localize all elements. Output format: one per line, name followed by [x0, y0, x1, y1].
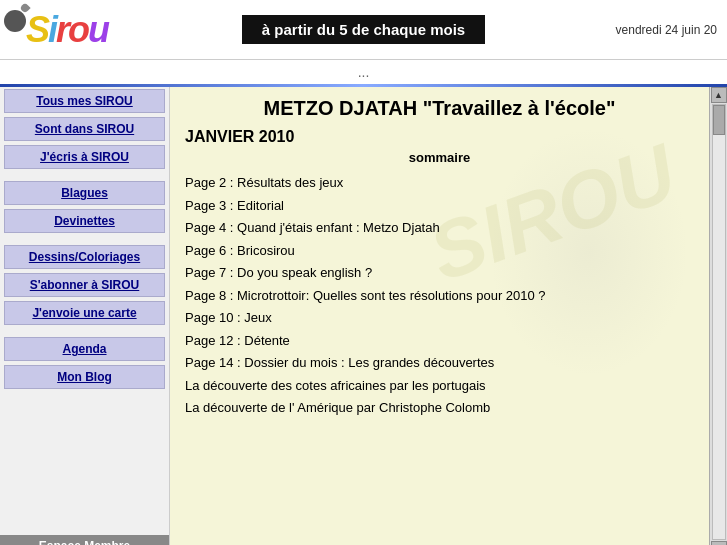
nav-spacer-1: [0, 171, 169, 179]
sidebar-item-agenda[interactable]: Agenda: [4, 337, 165, 361]
list-item: Page 14 : Dossier du mois : Les grandes …: [185, 353, 690, 373]
sidebar-item-jenvoie-une-carte[interactable]: J'envoie une carte: [4, 301, 165, 325]
announcement-bar: à partir du 5 de chaque mois: [180, 15, 547, 44]
content-subtitle: JANVIER 2010: [185, 128, 694, 146]
content-area: SIROU METZO DJATAH "Travaillez à l'école…: [170, 87, 709, 545]
sidebar-item-jecris-a-sirou[interactable]: J'écris à SIROU: [4, 145, 165, 169]
sidebar-item-sont-dans-sirou[interactable]: Sont dans SIROU: [4, 117, 165, 141]
site-logo[interactable]: Sirou: [8, 9, 108, 51]
content-inner: METZO DJATAH "Travaillez à l'école" JANV…: [170, 87, 709, 545]
sidebar-item-tous-mes-sirou[interactable]: Tous mes SIROU: [4, 89, 165, 113]
sidebar-item-blagues[interactable]: Blagues: [4, 181, 165, 205]
list-item: La découverte des cotes africaines par l…: [185, 376, 690, 396]
right-scrollbar: ▲ ▼: [709, 87, 727, 545]
date-display: vendredi 24 juin 20: [547, 23, 727, 37]
list-item: Page 10 : Jeux: [185, 308, 690, 328]
content-scroll-area[interactable]: Page 2 : Résultats des jeux Page 3 : Edi…: [185, 173, 694, 513]
sidebar-item-sabonner-sirou[interactable]: S'abonner à SIROU: [4, 273, 165, 297]
sidebar: Tous mes SIROU Sont dans SIROU J'écris à…: [0, 87, 170, 545]
scroll-down-button[interactable]: ▼: [711, 541, 727, 545]
sidebar-item-dessins-coloriages[interactable]: Dessins/Coloriages: [4, 245, 165, 269]
sidebar-item-mon-blog[interactable]: Mon Blog: [4, 365, 165, 389]
logo-area: Sirou: [0, 9, 180, 51]
list-item: Page 6 : Bricosirou: [185, 241, 690, 261]
announcement-text: à partir du 5 de chaque mois: [242, 15, 485, 44]
content-title: METZO DJATAH "Travaillez à l'école": [185, 97, 694, 120]
espace-membre-label[interactable]: Espace Membre: [0, 535, 169, 545]
list-item: Page 7 : Do you speak english ?: [185, 263, 690, 283]
sidebar-item-devinettes[interactable]: Devinettes: [4, 209, 165, 233]
nav-spacer-3: [0, 327, 169, 335]
list-item: Page 3 : Editorial: [185, 196, 690, 216]
main-layout: Tous mes SIROU Sont dans SIROU J'écris à…: [0, 87, 727, 545]
list-item: La découverte de l' Amérique par Christo…: [185, 398, 690, 418]
bomb-icon: [4, 10, 26, 32]
dots-row: ...: [0, 60, 727, 84]
scroll-up-button[interactable]: ▲: [711, 87, 727, 103]
top-bar: Sirou à partir du 5 de chaque mois vendr…: [0, 0, 727, 60]
list-item: Page 12 : Détente: [185, 331, 690, 351]
content-summary-label: sommaire: [185, 150, 694, 165]
scroll-thumb[interactable]: [713, 105, 725, 135]
list-item: Page 4 : Quand j'étais enfant : Metzo Dj…: [185, 218, 690, 238]
nav-spacer-2: [0, 235, 169, 243]
scroll-track[interactable]: [712, 104, 726, 540]
list-item: Page 8 : Microtrottoir: Quelles sont tes…: [185, 286, 690, 306]
list-item: Page 2 : Résultats des jeux: [185, 173, 690, 193]
